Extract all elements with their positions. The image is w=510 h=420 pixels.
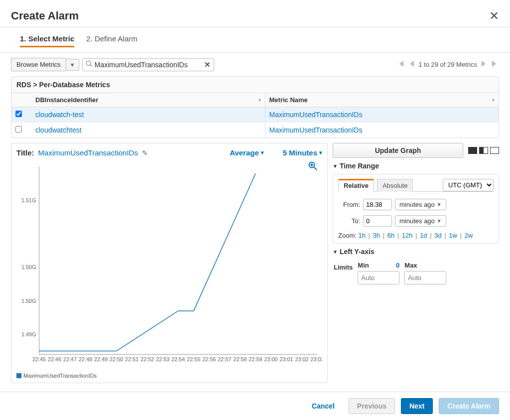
search-icon [86, 60, 93, 69]
svg-text:23:02: 23:02 [295, 356, 308, 362]
close-icon[interactable]: ✕ [489, 9, 499, 23]
pager-status: 1 to 29 of 29 Metrics [418, 61, 477, 68]
chevron-down-icon: ▾ [261, 149, 264, 156]
svg-text:22:55: 22:55 [187, 356, 200, 362]
svg-text:22:56: 22:56 [202, 356, 216, 362]
table-row[interactable]: cloudwatch-test MaximumUsedTransactionID… [11, 107, 499, 123]
zoom-preset-2w[interactable]: 2w [465, 232, 473, 239]
chart-title-label: Title: [16, 148, 34, 157]
create-alarm-button: Create Alarm [439, 398, 499, 414]
instance-link[interactable]: cloudwatch-test [35, 111, 84, 119]
period-dropdown[interactable]: 5 Minutes▾ [283, 148, 322, 157]
clear-search-icon[interactable]: ✕ [204, 60, 211, 69]
sort-icon: ▾ [492, 97, 495, 103]
svg-text:22:45: 22:45 [32, 356, 46, 362]
row-checkbox[interactable] [15, 126, 22, 133]
to-label: To: [338, 217, 360, 225]
cancel-button[interactable]: Cancel [304, 399, 343, 414]
svg-text:1.50G: 1.50G [21, 264, 36, 270]
from-input[interactable] [363, 199, 392, 210]
zoom-preset-3d[interactable]: 3d [434, 232, 441, 239]
metrics-breadcrumb: RDS > Per-Database Metrics [11, 77, 499, 93]
to-input[interactable] [363, 215, 392, 227]
legend-swatch [16, 373, 21, 378]
svg-text:22:58: 22:58 [233, 356, 247, 362]
wizard-steps: 1. Select Metric 2. Define Alarm [0, 27, 510, 53]
svg-text:22:59: 22:59 [249, 356, 262, 362]
layout-split-icon[interactable] [479, 147, 488, 154]
min-label: Min [358, 262, 369, 269]
zoom-preset-3h[interactable]: 3h [373, 232, 380, 239]
metric-search-input[interactable]: ✕ [82, 58, 214, 71]
zoom-preset-1w[interactable]: 1w [449, 232, 457, 239]
zoom-preset-1h[interactable]: 1h [358, 232, 365, 239]
svg-text:23:03: 23:03 [310, 356, 322, 362]
table-row[interactable]: cloudwatchtest MaximumUsedTransactionIDs [11, 123, 499, 138]
min-badge: 0 [372, 262, 400, 269]
next-button[interactable]: Next [401, 398, 433, 414]
chevron-down-icon: ▼ [437, 202, 442, 207]
step-define-alarm[interactable]: 2. Define Alarm [86, 34, 137, 47]
svg-text:1.49G: 1.49G [21, 331, 36, 337]
metrics-pager: 1 to 29 of 29 Metrics [396, 60, 499, 69]
time-range-header[interactable]: Time Range [333, 162, 499, 170]
svg-text:22:57: 22:57 [218, 356, 231, 362]
svg-text:22:51: 22:51 [125, 356, 138, 362]
row-checkbox[interactable] [15, 111, 22, 117]
svg-text:22:50: 22:50 [110, 356, 123, 362]
tab-absolute[interactable]: Absolute [377, 179, 413, 192]
from-label: From: [338, 201, 360, 208]
zoom-presets: Zoom: 1h | 3h | 6h | 12h | 1d | 3d | 1w … [338, 232, 494, 239]
min-input[interactable] [358, 271, 399, 284]
svg-text:1.51G: 1.51G [21, 197, 36, 203]
pager-next-icon[interactable] [481, 60, 487, 69]
timezone-select[interactable]: UTC (GMT) [443, 179, 494, 191]
pager-last-icon[interactable] [491, 60, 499, 69]
chart-panel: Title: MaximumUsedTransactionIDs ✎ Avera… [11, 143, 328, 383]
legend-label: MaximumUsedTransactionIDs [23, 373, 97, 379]
column-instance-id[interactable]: DBInstanceIdentifier▾ [31, 93, 265, 107]
chart-title-value: MaximumUsedTransactionIDs [38, 148, 138, 157]
pager-first-icon[interactable] [396, 60, 404, 69]
pager-prev-icon[interactable] [408, 60, 414, 69]
search-field[interactable] [95, 61, 204, 69]
layout-full-icon[interactable] [468, 147, 477, 154]
previous-button: Previous [349, 398, 395, 414]
svg-text:22:52: 22:52 [140, 356, 154, 362]
limits-label: Limits [334, 264, 353, 271]
metric-link[interactable]: MaximumUsedTransactionIDs [269, 111, 363, 119]
sort-icon: ▾ [258, 97, 261, 103]
chart-legend: MaximumUsedTransactionIDs [16, 372, 322, 379]
left-yaxis-header[interactable]: Left Y-axis [333, 248, 499, 256]
svg-point-0 [86, 61, 91, 65]
metric-chart[interactable]: 1.49G1.50G1.50G1.51G22:4522:4622:4722:48… [16, 161, 322, 370]
tab-relative[interactable]: Relative [338, 179, 374, 192]
svg-text:22:53: 22:53 [156, 356, 169, 362]
browse-metrics-dropdown[interactable]: Browse Metrics ▼ [11, 58, 79, 71]
zoom-preset-12h[interactable]: 12h [402, 232, 413, 239]
svg-text:23:01: 23:01 [279, 356, 293, 362]
from-unit-select[interactable]: minutes ago ▼ [395, 199, 446, 210]
edit-title-icon[interactable]: ✎ [142, 149, 148, 157]
to-unit-select[interactable]: minutes ago ▼ [395, 215, 446, 227]
metric-link[interactable]: MaximumUsedTransactionIDs [269, 126, 363, 134]
max-input[interactable] [404, 271, 446, 284]
layout-empty-icon[interactable] [490, 147, 499, 154]
chevron-down-icon: ▾ [319, 149, 322, 156]
column-metric-name[interactable]: Metric Name▾ [265, 93, 499, 107]
zoom-preset-1d[interactable]: 1d [420, 232, 427, 239]
svg-text:22:48: 22:48 [79, 356, 92, 362]
statistic-dropdown[interactable]: Average▾ [230, 148, 264, 157]
svg-text:22:49: 22:49 [94, 356, 108, 362]
browse-metrics-label: Browse Metrics [11, 58, 66, 71]
svg-text:22:54: 22:54 [171, 356, 185, 362]
svg-text:22:47: 22:47 [63, 356, 77, 362]
zoom-chart-icon[interactable] [308, 161, 317, 172]
svg-line-1 [90, 65, 92, 67]
zoom-preset-6h[interactable]: 6h [387, 232, 394, 239]
step-select-metric[interactable]: 1. Select Metric [20, 34, 74, 47]
instance-link[interactable]: cloudwatchtest [35, 126, 82, 134]
update-graph-button[interactable]: Update Graph [333, 143, 463, 158]
svg-text:23:00: 23:00 [264, 356, 277, 362]
chevron-down-icon[interactable]: ▼ [66, 59, 79, 71]
